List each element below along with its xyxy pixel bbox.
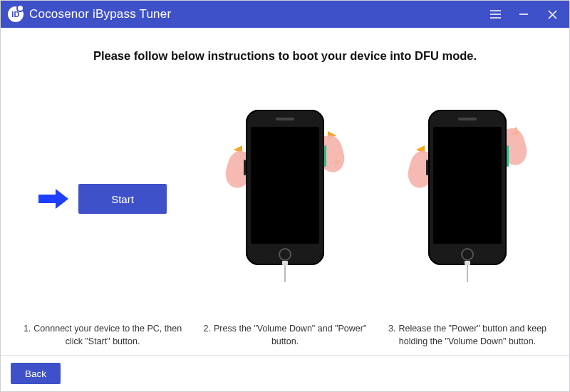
hamburger-icon [490,10,501,19]
app-window: ID Cocosenor iBypass Tuner Please follow… [0,0,570,392]
app-title: Cocosenor iBypass Tuner [29,7,171,21]
close-icon [548,10,557,19]
step-3: 3.Release the "Power" button and keep ho… [380,76,555,349]
app-logo-icon: ID [8,6,24,22]
pointer-arrow-icon [38,188,68,210]
step-1-illustration: Start [15,76,190,322]
step-3-illustration [380,76,555,322]
content-area: Please follow below instructions to boot… [1,28,569,355]
minimize-button[interactable] [509,1,538,28]
step-2-caption: 2.Press the "Volume Down" and "Power" bu… [197,322,373,349]
menu-button[interactable] [481,1,509,28]
step-2-illustration [197,76,373,322]
footer-bar: Back [1,355,569,391]
page-headline: Please follow below instructions to boot… [15,49,555,63]
steps-row: Start 1.Connnect your device to the PC, … [15,76,555,349]
phone-icon [246,110,324,265]
step-3-caption: 3.Release the "Power" button and keep ho… [380,322,555,349]
step-1: Start 1.Connnect your device to the PC, … [15,76,190,349]
step-2: 2.Press the "Volume Down" and "Power" bu… [197,76,373,349]
step-1-caption: 1.Connnect your device to the PC, then c… [15,322,190,349]
minimize-icon [519,9,529,19]
close-button[interactable] [538,1,566,28]
title-bar: ID Cocosenor iBypass Tuner [1,1,569,28]
cable-icon [467,265,468,282]
cable-icon [284,265,286,282]
start-button[interactable]: Start [78,184,167,214]
phone-icon [428,110,507,265]
back-button[interactable]: Back [11,363,61,384]
